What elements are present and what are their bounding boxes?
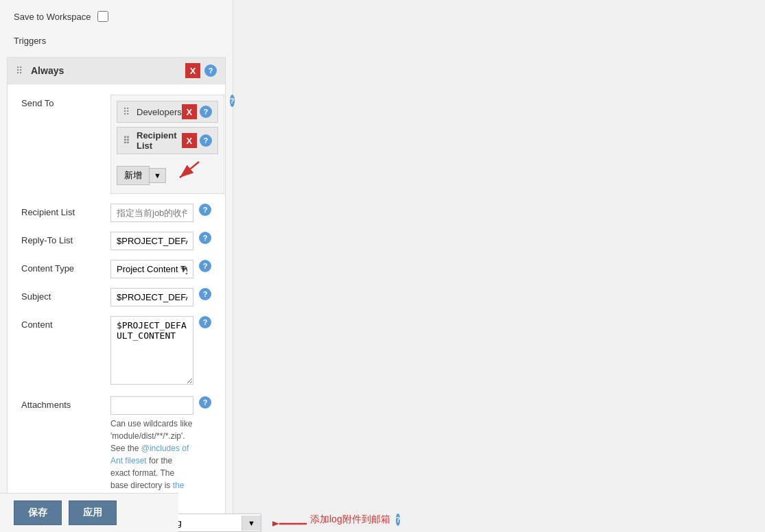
always-header: ⠿ Always X ? bbox=[8, 58, 225, 84]
developers-tag: ⠿ Developers X ? bbox=[117, 101, 218, 123]
subject-row: Subject ? bbox=[21, 288, 211, 306]
recipient-list-help-icon2[interactable]: ? bbox=[199, 204, 211, 216]
subject-input[interactable] bbox=[110, 288, 193, 306]
recipient-list-tag: ⠿ Recipient List X ? bbox=[117, 127, 218, 154]
attachments-help-icon[interactable]: ? bbox=[199, 396, 211, 409]
send-to-box: ⠿ Developers X ? bbox=[110, 95, 224, 194]
content-textarea[interactable]: $PROJECT_DEFAULT_CONTENT bbox=[110, 316, 193, 385]
add-button-area: 新增 ▼ bbox=[117, 166, 166, 185]
bottom-buttons: 保存 应用 bbox=[0, 493, 178, 532]
reply-to-row: Reply-To List ? bbox=[21, 232, 211, 250]
recipient-list-help-icon[interactable]: ? bbox=[200, 134, 212, 147]
developers-help-icon[interactable]: ? bbox=[200, 106, 212, 118]
add-arrow-button[interactable]: ▼ bbox=[150, 168, 166, 183]
send-to-row: Send To ⠿ Developers bbox=[21, 95, 211, 194]
drag-icon2: ⠿ bbox=[123, 135, 130, 146]
add-main-button[interactable]: 新增 bbox=[117, 166, 150, 185]
developers-label: Developers bbox=[137, 107, 182, 117]
send-to-label: Send To bbox=[21, 95, 110, 108]
subject-help-icon[interactable]: ? bbox=[199, 288, 211, 300]
attachments-input[interactable] bbox=[110, 396, 193, 415]
drag-icon: ⠿ bbox=[123, 106, 130, 117]
recipient-list-row: Recipient List ? bbox=[21, 204, 211, 222]
recipient-list-input[interactable] bbox=[110, 204, 193, 222]
content-type-select[interactable]: Project Content Type Text HTML bbox=[110, 260, 193, 278]
reply-to-label: Reply-To List bbox=[21, 232, 110, 245]
content-help-icon[interactable]: ? bbox=[199, 316, 211, 328]
content-type-help-icon[interactable]: ? bbox=[199, 260, 211, 272]
send-to-help-icon[interactable]: ? bbox=[230, 95, 235, 107]
always-help-icon[interactable]: ? bbox=[204, 64, 217, 77]
attachments-label: Attachments bbox=[21, 396, 110, 410]
save-to-workspace-label: Save to Workspace bbox=[14, 12, 91, 22]
reply-to-input[interactable] bbox=[110, 232, 193, 250]
recipient-list-field-label: Recipient List bbox=[21, 204, 110, 217]
send-to-control: ⠿ Developers X ? bbox=[110, 95, 224, 194]
recipient-list-label: Recipient List bbox=[137, 130, 182, 151]
build-log-arrow-icon bbox=[272, 513, 310, 532]
attach-build-help-icon[interactable]: ? bbox=[396, 513, 401, 526]
red-arrow-annotation bbox=[172, 158, 206, 186]
content-type-label: Content Type bbox=[21, 260, 110, 274]
drag-handle-icon: ⠿ bbox=[16, 65, 23, 76]
svg-line-1 bbox=[180, 162, 199, 178]
apply-button[interactable]: 应用 bbox=[69, 500, 117, 525]
triggers-label: Triggers bbox=[14, 36, 46, 46]
build-log-annotation: 添加log附件到邮箱 bbox=[310, 513, 390, 526]
recipient-list-close-button[interactable]: X bbox=[182, 133, 197, 148]
developers-close-button[interactable]: X bbox=[182, 104, 197, 119]
content-row: Content $PROJECT_DEFAULT_CONTENT ? bbox=[21, 316, 211, 387]
reply-to-help-icon[interactable]: ? bbox=[199, 232, 211, 244]
save-to-workspace-checkbox[interactable] bbox=[97, 11, 108, 22]
always-close-button[interactable]: X bbox=[185, 63, 200, 78]
attach-build-dropdown-arrow[interactable]: ▼ bbox=[242, 516, 261, 531]
content-type-row: Content Type Project Content Type Text H… bbox=[21, 260, 211, 278]
subject-label: Subject bbox=[21, 288, 110, 302]
attachments-row: Attachments Can use wildcards like 'modu… bbox=[21, 396, 211, 504]
attachments-info: Can use wildcards like 'module/dist/**/*… bbox=[110, 418, 193, 504]
content-label: Content bbox=[21, 316, 110, 330]
save-button[interactable]: 保存 bbox=[14, 500, 62, 525]
sidebar: Save to Workspace Triggers ⠿ Always X ? bbox=[0, 0, 233, 532]
always-section: ⠿ Always X ? Send To bbox=[7, 57, 226, 532]
always-title: Always bbox=[31, 65, 64, 76]
